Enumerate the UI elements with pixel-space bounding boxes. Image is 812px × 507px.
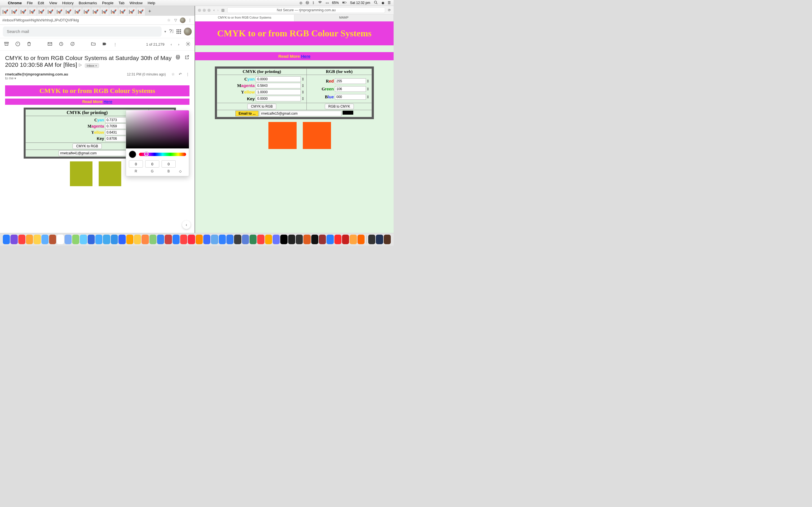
- search-options-icon[interactable]: ▾: [164, 30, 166, 34]
- more-icon[interactable]: ⋮: [113, 42, 117, 47]
- app-name[interactable]: Chrome: [8, 1, 22, 5]
- read-more-link[interactable]: Here: [301, 54, 310, 59]
- rgb-to-cmyk-button[interactable]: RGB to CMYK: [325, 104, 354, 109]
- star-icon[interactable]: ☆: [166, 18, 171, 23]
- dock-app[interactable]: [296, 235, 303, 244]
- dock-app[interactable]: [376, 235, 383, 244]
- stepper-icon[interactable]: ▲▼: [301, 97, 305, 101]
- task-icon[interactable]: [70, 41, 75, 47]
- m-circle-icon[interactable]: Ⓜ: [306, 1, 309, 5]
- dock-app[interactable]: [326, 235, 334, 244]
- dock-app[interactable]: [103, 235, 110, 244]
- dock-app[interactable]: [196, 235, 203, 244]
- dock-app[interactable]: [311, 235, 318, 244]
- chrome-tab[interactable]: |🚀: [137, 8, 145, 15]
- dock-app[interactable]: [242, 235, 249, 244]
- settings-gear-icon[interactable]: [186, 41, 191, 47]
- prev-icon[interactable]: ‹: [170, 42, 172, 47]
- safari-reload-icon[interactable]: ⟳: [388, 8, 391, 12]
- key-input[interactable]: [256, 96, 301, 101]
- side-panel-toggle[interactable]: ‹: [182, 221, 191, 229]
- picker-r-input[interactable]: [129, 160, 143, 168]
- picker-current-swatch[interactable]: [129, 151, 136, 158]
- menu-view[interactable]: View: [49, 1, 57, 5]
- important-marker-icon[interactable]: ᐅ: [79, 63, 82, 68]
- dock-app[interactable]: [303, 235, 310, 244]
- dock-app[interactable]: [219, 235, 226, 244]
- account-avatar[interactable]: [184, 27, 192, 36]
- email-input[interactable]: [59, 151, 129, 156]
- apps-grid-icon[interactable]: [176, 29, 181, 34]
- dock-app[interactable]: [350, 235, 357, 244]
- to-caret-icon[interactable]: ▾: [14, 76, 16, 80]
- siri-icon[interactable]: ◉: [382, 1, 384, 5]
- bluetooth-icon[interactable]: ᛒ: [312, 1, 314, 5]
- dock-app[interactable]: [273, 235, 280, 244]
- dock-app[interactable]: [3, 235, 10, 244]
- cyan-input[interactable]: [256, 76, 301, 82]
- dock-app[interactable]: [57, 235, 64, 244]
- dock-app[interactable]: [88, 235, 95, 244]
- chrome-tab[interactable]: |🚀: [118, 8, 127, 15]
- email-input[interactable]: [260, 111, 342, 116]
- traffic-lights[interactable]: [198, 9, 211, 12]
- snooze-icon[interactable]: [59, 41, 64, 47]
- menu-people[interactable]: People: [102, 1, 113, 5]
- chrome-tab[interactable]: |🚀: [64, 8, 73, 15]
- triangle-down-icon[interactable]: ▽: [173, 18, 178, 23]
- stepper-icon[interactable]: ▲▼: [366, 95, 370, 99]
- dock-app[interactable]: [165, 235, 172, 244]
- dock-app[interactable]: [26, 235, 33, 244]
- chrome-url[interactable]: #inbox/FMfcgxwHNgWxNrhhxjLJPvDTQVlFlklg: [2, 18, 165, 22]
- menu-edit[interactable]: Edit: [38, 1, 44, 5]
- dock-app[interactable]: [64, 235, 71, 244]
- dock-app[interactable]: [118, 235, 125, 244]
- next-icon[interactable]: ›: [178, 42, 179, 47]
- more-icon[interactable]: ⋮: [186, 72, 190, 76]
- blue-input[interactable]: [335, 94, 366, 100]
- dock-app[interactable]: [319, 235, 326, 244]
- safari-forward-icon[interactable]: ›: [217, 8, 218, 12]
- dock-app[interactable]: [335, 235, 342, 244]
- safari-tab-2[interactable]: MAMP: [294, 15, 394, 21]
- notification-center-icon[interactable]: ☰: [388, 1, 391, 5]
- menu-tab[interactable]: Tab: [118, 1, 124, 5]
- stepper-icon[interactable]: ▲▼: [301, 77, 305, 81]
- hue-slider[interactable]: [139, 153, 186, 156]
- dock-app[interactable]: [357, 235, 364, 244]
- saturation-area[interactable]: [126, 110, 189, 149]
- clock[interactable]: Sat 12:32 pm: [350, 1, 370, 5]
- hue-knob[interactable]: [144, 152, 149, 156]
- delete-icon[interactable]: [27, 41, 32, 47]
- dock-app[interactable]: [10, 235, 17, 244]
- read-more-link[interactable]: Here: [103, 100, 112, 104]
- dock-app[interactable]: [203, 235, 210, 244]
- chrome-tab[interactable]: |🚀: [73, 8, 82, 15]
- red-input[interactable]: [335, 78, 366, 84]
- green-input[interactable]: [335, 86, 366, 92]
- dock-app[interactable]: [157, 235, 164, 244]
- wifi-icon[interactable]: [318, 0, 322, 6]
- chrome-tab[interactable]: |🚀: [91, 8, 100, 15]
- spotlight-icon[interactable]: [373, 0, 378, 6]
- dock-app[interactable]: [257, 235, 264, 244]
- star-icon[interactable]: ☆: [171, 72, 175, 76]
- chrome-tab[interactable]: |🚀: [37, 8, 46, 15]
- dock-app[interactable]: [368, 235, 375, 244]
- picker-g-input[interactable]: [145, 160, 159, 168]
- dock-app[interactable]: [134, 235, 141, 244]
- safari-sidebar-icon[interactable]: ▤: [221, 8, 224, 12]
- safari-tab-1[interactable]: CMYK to or from RGB Colour Systems: [195, 15, 294, 21]
- picker-b-input[interactable]: [161, 160, 175, 168]
- chrome-tab[interactable]: |🚀: [1, 8, 10, 15]
- dock-app[interactable]: [288, 235, 295, 244]
- chrome-profile-icon[interactable]: [180, 17, 186, 23]
- cmyk-to-rgb-button[interactable]: CMYK to RGB: [247, 104, 276, 109]
- dock-app[interactable]: [80, 235, 87, 244]
- color-swatch[interactable]: [343, 111, 353, 115]
- battery-icon[interactable]: [342, 0, 347, 6]
- dock-app[interactable]: [234, 235, 241, 244]
- menu-help[interactable]: Help: [148, 1, 155, 5]
- menu-history[interactable]: History: [62, 1, 73, 5]
- popout-icon[interactable]: [185, 55, 190, 61]
